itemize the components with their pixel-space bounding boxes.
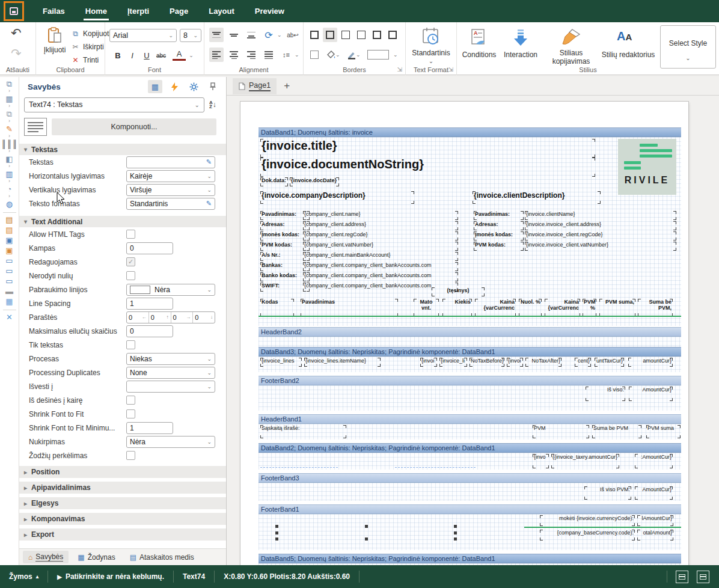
pin-button[interactable] (206, 80, 220, 93)
report-text-component[interactable]: NoTaxAfter} (525, 358, 561, 367)
style-copy-button[interactable] (560, 28, 581, 49)
property-checkbox-nerodyti-nuli[interactable] (126, 271, 135, 280)
pencil-icon[interactable]: ✎ (206, 158, 212, 166)
sort-alphabetical-button[interactable]: AŽ↓ (209, 100, 216, 109)
band-footer-tool[interactable]: ▭ (5, 266, 13, 276)
ribbon-tab-failas[interactable]: Failas (32, 0, 75, 22)
property-input-line-spacing[interactable]: 1 (126, 298, 173, 310)
report-text-component[interactable]: {invoice.docDate} (290, 177, 339, 186)
report-text-component[interactable]: {invoi (507, 358, 523, 367)
report-text-component[interactable]: PVM (533, 425, 589, 438)
border-bottom-button[interactable] (385, 28, 400, 42)
align-right-button[interactable] (244, 47, 259, 62)
property-input-tekstas[interactable]: ✎ (126, 156, 215, 168)
report-text-component[interactable]: {invoice.invoice_client.address} (525, 221, 676, 230)
report-text-component[interactable]: lAmountCur} (637, 515, 673, 526)
shapes-tool[interactable]: ◧› (5, 155, 13, 169)
bold-button[interactable]: B (111, 49, 124, 62)
report-text-component[interactable]: Iš viso: (586, 387, 625, 401)
report-text-component[interactable]: Kaina {varCurrenc (475, 299, 516, 316)
band-gray-tool[interactable]: ▬ (5, 287, 13, 296)
band-picture2-tool[interactable]: ▣ (5, 246, 13, 256)
property-checkbox-tik-tekstas[interactable] (126, 340, 135, 349)
margins-control[interactable]: 0←0↑0→0↓ (126, 311, 215, 323)
report-text-component[interactable]: Iš viso PVM: (584, 486, 631, 500)
band-content-headerband2[interactable] (259, 337, 681, 347)
align-left-button[interactable] (209, 47, 224, 62)
margin-cell[interactable]: 0← (127, 312, 148, 323)
report-text-component[interactable]: {invoice.clientName} (525, 211, 676, 220)
border-none-button[interactable] (307, 47, 322, 62)
report-text-component[interactable]: PVM suma (646, 425, 681, 438)
italic-button[interactable]: I (126, 49, 139, 62)
report-text-component[interactable]: Mato vnt. (414, 299, 439, 316)
property-select-pabraukimo-linijos[interactable]: Nėra⌄ (126, 284, 215, 296)
property-checkbox-od-i-perk-limas[interactable] (126, 451, 135, 460)
cut-button[interactable]: ✂Iškirpti (71, 41, 104, 52)
report-text-component[interactable]: AmountCur} (635, 486, 673, 500)
band-header-footerband2[interactable]: FooterBand2 (259, 376, 681, 385)
report-text-component[interactable]: {invoice.clientDescription} (473, 191, 601, 204)
band-header-headerband2[interactable]: HeaderBand2 (259, 327, 681, 337)
property-checkbox-redaguojamas[interactable]: ✓ (126, 257, 135, 266)
report-text-component[interactable]: ({invoice_taxry.amountCur} (551, 454, 619, 468)
rivile-logo[interactable]: RIVILE (618, 139, 676, 195)
section-text-additional[interactable]: ▾Text Additional (19, 216, 226, 227)
report-text-component[interactable]: Dok.data: (260, 177, 288, 186)
border-inside-button[interactable] (338, 28, 353, 42)
band-report-title-tool[interactable]: ▤ (5, 215, 13, 225)
selection-handle[interactable] (365, 537, 368, 541)
report-text-component[interactable]: {company_client.address} (303, 221, 458, 230)
report-text-component[interactable]: {invoice.companyDescription} (260, 191, 414, 204)
border-outside-button[interactable] (323, 28, 337, 42)
selection-handle[interactable] (275, 525, 278, 528)
fit-page-width-button[interactable] (676, 571, 688, 583)
component-selector[interactable]: Text74 : Tekstas⌄ (24, 97, 204, 112)
band-header-tool[interactable]: ▭ (5, 256, 13, 266)
report-text-component[interactable]: Kodas (260, 299, 294, 316)
property-input-teksto-formatas[interactable]: Standartinis✎ (126, 198, 215, 210)
ribbon-tab-preview[interactable]: Preview (245, 0, 295, 22)
events-button[interactable] (167, 80, 182, 93)
text-wrap-button[interactable]: ab↩ (286, 28, 300, 42)
margin-cell[interactable]: 0→ (171, 312, 193, 323)
selection-handle[interactable] (275, 531, 278, 534)
band-header-databand3[interactable]: DataBand3; Duomenų šaltinis: Nepriskitas… (259, 347, 681, 357)
section-position[interactable]: ▸Position (19, 466, 226, 478)
selection-handle[interactable] (454, 537, 457, 541)
property-checkbox-allow-html-tags[interactable] (126, 230, 135, 239)
section-komponavimas[interactable]: ▸Komponavimas (19, 513, 226, 525)
margin-cell[interactable]: 0↓ (192, 312, 215, 323)
gauge-tool[interactable]: ◔› (7, 185, 12, 199)
style-editor-button[interactable]: AA (617, 29, 632, 43)
band-header-databand1[interactable]: DataBand1; Duomenų šaltinis: invoice (259, 127, 681, 137)
report-text-component[interactable]: {company_client.name} (303, 211, 458, 220)
ribbon-tab-home[interactable]: Home (75, 0, 117, 22)
property-input-shrink-font-to-fit-minimu[interactable]: 1 (126, 422, 173, 434)
report-text-component[interactable]: Suma be PVM (592, 425, 641, 438)
panel-tab-savyb-s[interactable]: ⌂Savybės (23, 551, 69, 563)
report-text-component[interactable]: AmountCur} (629, 387, 673, 401)
report-text-component[interactable]: {company_client.company_client_bankAccou… (303, 272, 458, 281)
band-header-databand5[interactable]: DataBand5; Duomenų šaltinis: Nepriskitas… (259, 554, 681, 563)
align-justify-button[interactable] (262, 47, 276, 62)
table-tool[interactable]: ▦› (5, 94, 13, 109)
property-select-procesas[interactable]: Niekas⌄ (126, 353, 215, 365)
align-center-button[interactable] (227, 47, 241, 62)
compose-button[interactable]: Komponuoti... (52, 118, 216, 135)
chevron-down-icon[interactable]: ⌄ (335, 52, 340, 58)
report-text-component[interactable]: A/s Nr.: (260, 252, 310, 261)
chevron-down-icon[interactable]: ⌄ (393, 52, 398, 58)
property-checkbox-shrink-font-to-fit[interactable] (126, 409, 135, 418)
selection-handle[interactable] (275, 537, 278, 541)
border-all-button[interactable] (307, 28, 322, 42)
band-header-headerband1[interactable]: HeaderBand1 (259, 414, 681, 424)
component-tool[interactable]: ⧉› (7, 109, 12, 124)
report-text-component[interactable]: NoTaxBefore} (470, 358, 504, 367)
report-text-component[interactable]: {company_client.mainBankAccount} (303, 252, 458, 261)
report-text-component[interactable]: {invoice_lines (260, 358, 302, 367)
underline-button[interactable]: U (140, 49, 153, 62)
tools-tool[interactable]: ✕ (6, 313, 13, 322)
report-text-component[interactable]: cent} (575, 358, 591, 367)
paste-button[interactable]: Įklijuoti (41, 26, 69, 67)
